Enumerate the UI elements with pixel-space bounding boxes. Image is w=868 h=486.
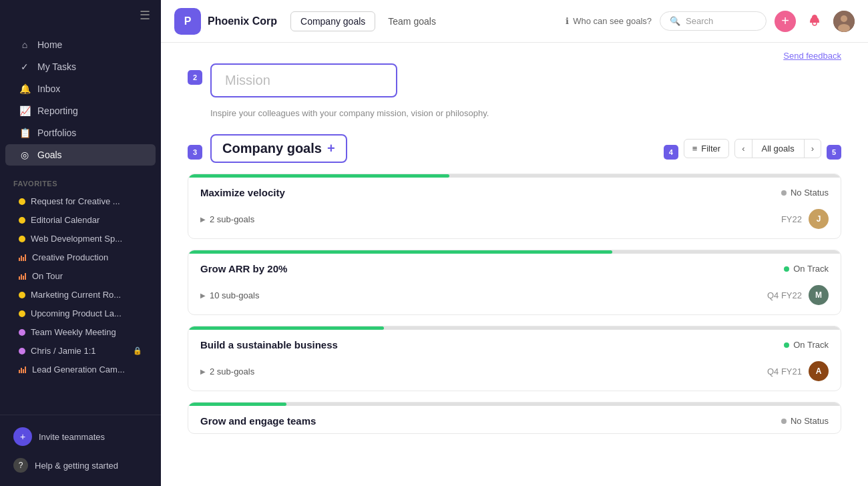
goal-avatar: A xyxy=(809,361,829,381)
fav-item-upcoming-product[interactable]: Upcoming Product La... xyxy=(5,304,156,322)
prev-goal-button[interactable]: ‹ xyxy=(735,140,751,158)
sub-goals-toggle[interactable]: ▶ 2 sub-goals xyxy=(200,214,254,224)
fav-item-editorial-calendar[interactable]: Editorial Calendar xyxy=(5,211,156,229)
help-button[interactable]: ? Help & getting started xyxy=(0,453,161,478)
invite-label: Invite teammates xyxy=(39,432,105,442)
search-placeholder: Search xyxy=(686,16,713,26)
next-goal-button[interactable]: › xyxy=(805,140,821,158)
add-button[interactable]: + xyxy=(775,11,796,32)
goal-card-sustainable-business: Build a sustainable business On Track ▶ … xyxy=(188,326,841,391)
search-box[interactable]: 🔍 Search xyxy=(660,11,767,31)
who-can-see-button[interactable]: ℹ Who can see goals? xyxy=(566,16,652,26)
portfolio-icon: 📋 xyxy=(19,128,31,138)
progress-fill xyxy=(188,326,384,330)
status-dot-icon xyxy=(784,266,789,272)
fav-item-creative-production[interactable]: Creative Production xyxy=(5,248,156,266)
goal-status: On Track xyxy=(784,340,829,350)
invite-teammates-button[interactable]: + Invite teammates xyxy=(0,421,161,453)
sub-goals-text: 10 sub-goals xyxy=(210,290,259,300)
fav-dot-icon xyxy=(19,292,25,298)
fav-item-request-for-creative[interactable]: Request for Creative ... xyxy=(5,192,156,210)
add-goal-icon[interactable]: + xyxy=(327,141,335,156)
fav-item-on-tour[interactable]: On Tour xyxy=(5,267,156,285)
check-icon: ✓ xyxy=(19,61,31,72)
send-feedback-link[interactable]: Send feedback xyxy=(188,43,841,63)
goals-title-text: Company goals xyxy=(222,141,322,156)
sidebar-item-home[interactable]: ⌂ Home xyxy=(5,34,156,55)
user-avatar[interactable] xyxy=(833,11,855,32)
bell-icon: 🔔 xyxy=(19,83,31,94)
sidebar-item-my-tasks[interactable]: ✓ My Tasks xyxy=(5,56,156,77)
favorites-list: Request for Creative ... Editorial Calen… xyxy=(0,192,161,379)
filter-button[interactable]: ≡ Filter xyxy=(684,139,729,158)
sidebar-item-reporting[interactable]: 📈 Reporting xyxy=(5,100,156,121)
filter-icon: ≡ xyxy=(692,144,698,154)
sub-goals-toggle[interactable]: ▶ 10 sub-goals xyxy=(200,290,259,300)
fav-dot-icon xyxy=(19,348,25,354)
mission-input[interactable]: Mission xyxy=(210,63,397,97)
status-label: On Track xyxy=(793,340,829,350)
sidebar-toggle-icon[interactable]: ☰ xyxy=(140,8,150,23)
goal-main-row: Grow ARR by 20% On Track xyxy=(188,254,841,281)
fav-item-lead-generation[interactable]: Lead Generation Cam... xyxy=(5,360,156,379)
status-label: No Status xyxy=(791,188,829,198)
goal-meta: Q4 FY21 A xyxy=(767,361,829,381)
fav-label: Upcoming Product La... xyxy=(31,308,142,318)
progress-fill xyxy=(188,250,612,254)
fav-item-team-weekly[interactable]: Team Weekly Meeting xyxy=(5,323,156,341)
goal-status: On Track xyxy=(784,264,829,274)
mission-section: 2 Mission Inspire your colleagues with y… xyxy=(188,63,841,118)
home-icon: ⌂ xyxy=(19,39,31,50)
goal-card-maximize-velocity: Maximize velocity No Status ▶ 2 sub-goal… xyxy=(188,174,841,239)
goals-section: 3 Company goals + 4 ≡ Filter ‹ All goals… xyxy=(188,134,841,434)
goals-header: 3 Company goals + 4 ≡ Filter ‹ All goals… xyxy=(188,134,841,163)
tab-team-goals[interactable]: Team goals xyxy=(378,11,446,31)
chevron-right-icon: ▶ xyxy=(200,216,206,223)
fav-label: Marketing Current Ro... xyxy=(31,290,142,300)
company-goals-title[interactable]: Company goals + xyxy=(210,134,347,163)
goal-title[interactable]: Maximize velocity xyxy=(200,187,285,198)
goals-icon: ◎ xyxy=(19,150,31,160)
fav-item-chris-jamie[interactable]: Chris / Jamie 1:1 🔒 xyxy=(5,342,156,360)
sidebar-item-label: Reporting xyxy=(37,105,78,116)
step-badge-3: 3 xyxy=(188,145,202,160)
progress-bar xyxy=(188,403,841,406)
sidebar-item-goals[interactable]: ◎ Goals xyxy=(5,144,156,166)
step-badge-5: 5 xyxy=(827,145,841,160)
brand: P Phoenix Corp xyxy=(174,8,277,35)
invite-icon: + xyxy=(13,427,32,446)
sidebar-item-label: Goals xyxy=(37,150,62,160)
svg-point-1 xyxy=(841,15,847,22)
sidebar-item-inbox[interactable]: 🔔 Inbox xyxy=(5,78,156,99)
help-label: Help & getting started xyxy=(35,461,118,471)
status-dot-icon xyxy=(784,342,789,348)
sub-goals-toggle[interactable]: ▶ 2 sub-goals xyxy=(200,367,254,377)
fav-item-marketing[interactable]: Marketing Current Ro... xyxy=(5,286,156,304)
main-content: P Phoenix Corp Company goals Team goals … xyxy=(161,0,868,486)
info-icon: ℹ xyxy=(566,16,569,26)
lock-icon: 🔒 xyxy=(133,346,142,355)
notification-icon[interactable] xyxy=(804,11,825,32)
status-dot-icon xyxy=(781,419,787,424)
sidebar-item-portfolios[interactable]: 📋 Portfolios xyxy=(5,122,156,144)
fav-item-web-development[interactable]: Web Development Sp... xyxy=(5,230,156,248)
goal-sub-row: ▶ 2 sub-goals FY22 J xyxy=(188,205,841,238)
fav-label: Lead Generation Cam... xyxy=(32,364,142,375)
all-goals-label: All goals xyxy=(752,140,805,158)
sidebar-item-label: My Tasks xyxy=(37,61,76,72)
bar-chart-icon xyxy=(19,273,27,280)
progress-fill xyxy=(188,403,286,406)
goal-title[interactable]: Grow ARR by 20% xyxy=(200,263,287,274)
header-tabs: Company goals Team goals xyxy=(290,11,446,31)
fav-label: Editorial Calendar xyxy=(31,215,142,225)
fav-dot-icon xyxy=(19,329,25,336)
filter-label: Filter xyxy=(701,144,720,154)
fav-dot-icon xyxy=(19,236,25,242)
progress-fill xyxy=(188,174,449,178)
goal-title[interactable]: Build a sustainable business xyxy=(200,339,338,350)
goal-title[interactable]: Grow and engage teams xyxy=(200,415,316,427)
step-badge-2: 2 xyxy=(188,70,202,85)
fav-label: On Tour xyxy=(32,271,142,281)
tab-company-goals[interactable]: Company goals xyxy=(290,11,375,31)
fav-label: Creative Production xyxy=(32,252,142,262)
